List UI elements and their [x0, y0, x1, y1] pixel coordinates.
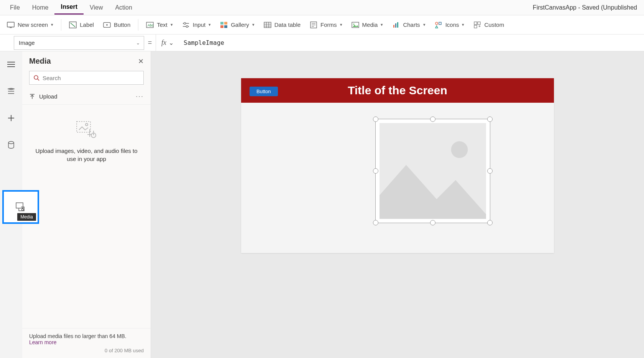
resize-handle[interactable] [487, 168, 493, 174]
gallery-dropdown[interactable]: Gallery ▾ [216, 19, 258, 31]
app-title: FirstCanvasApp - Saved (Unpublished [533, 4, 640, 11]
button-button[interactable]: Button [99, 19, 134, 31]
menu-view[interactable]: View [84, 1, 109, 14]
menu-file[interactable]: File [4, 1, 26, 14]
charts-dropdown[interactable]: Charts ▾ [388, 19, 429, 31]
icons-dropdown[interactable]: Icons ▾ [431, 19, 468, 31]
chevron-down-icon: ▾ [252, 22, 255, 27]
screen-icon [7, 21, 15, 29]
equals-sign: = [144, 39, 156, 47]
menu-home[interactable]: Home [26, 1, 55, 14]
svg-rect-27 [395, 23, 396, 28]
label-label: Label [80, 21, 94, 28]
upload-row: Upload ··· [22, 89, 151, 105]
gallery-label: Gallery [231, 21, 249, 28]
svg-rect-33 [474, 25, 477, 28]
text-dropdown[interactable]: Abc Text ▾ [142, 19, 177, 31]
property-selector[interactable]: Image ⌄ [14, 36, 144, 50]
svg-point-29 [435, 22, 438, 25]
chevron-down-icon: ▾ [171, 22, 173, 27]
insert-icon[interactable] [3, 110, 19, 126]
svg-rect-44 [16, 203, 23, 208]
canvas-area[interactable]: Button Title of the Screen [151, 51, 644, 358]
forms-dropdown[interactable]: Forms ▾ [306, 19, 346, 31]
menu-action[interactable]: Action [109, 1, 138, 14]
canvas-button-control[interactable]: Button [250, 87, 278, 96]
svg-text:Abc: Abc [148, 23, 154, 27]
separator [61, 19, 61, 31]
empty-media-icon [75, 120, 98, 139]
media-icon [352, 21, 359, 29]
search-input[interactable] [43, 75, 140, 81]
property-name: Image [19, 39, 35, 46]
formula-input[interactable] [179, 34, 644, 51]
data-icon[interactable] [3, 137, 19, 153]
chevron-down-icon: ⌄ [169, 39, 174, 46]
chevron-down-icon: ▾ [381, 22, 383, 27]
svg-line-47 [38, 79, 39, 80]
custom-dropdown[interactable]: + Custom [470, 19, 508, 31]
screen-title-text: Title of the Screen [348, 84, 447, 97]
chevron-down-icon: ▾ [51, 22, 53, 27]
input-dropdown[interactable]: Input ▾ [178, 19, 215, 31]
image-placeholder [380, 123, 486, 219]
resize-handle[interactable] [373, 168, 378, 174]
media-tooltip: Media [17, 213, 36, 221]
close-icon[interactable]: ✕ [138, 57, 144, 66]
panel-header: Media ✕ [22, 51, 151, 71]
media-rail-icon [16, 202, 26, 212]
upload-button[interactable]: Upload [29, 93, 58, 100]
resize-handle[interactable] [430, 117, 435, 122]
svg-point-54 [451, 141, 468, 158]
resize-handle[interactable] [373, 117, 378, 122]
svg-rect-0 [7, 22, 14, 27]
charts-icon [392, 21, 400, 29]
input-label: Input [193, 21, 205, 28]
fx-label: fx [161, 39, 166, 47]
svg-point-4 [106, 24, 108, 26]
upload-label: Upload [39, 93, 58, 100]
svg-rect-12 [224, 22, 227, 25]
more-icon[interactable]: ··· [136, 92, 144, 100]
svg-point-10 [186, 25, 188, 27]
canvas-screen[interactable]: Button Title of the Screen [241, 78, 554, 253]
main-area: Media Media ✕ Upload ··· [0, 51, 644, 358]
menu-bar: File Home Insert View Action FirstCanvas… [0, 0, 644, 15]
forms-label: Forms [320, 21, 337, 28]
media-dropdown[interactable]: Media ▾ [348, 19, 387, 31]
table-icon [264, 21, 271, 29]
resize-handle[interactable] [430, 220, 435, 225]
media-rail-button[interactable]: Media [2, 190, 39, 224]
tree-view-icon[interactable] [3, 84, 19, 99]
menu-insert[interactable]: Insert [54, 0, 84, 15]
new-screen-button[interactable]: New screen ▾ [3, 19, 57, 31]
left-rail: Media [0, 51, 22, 358]
chevron-down-icon: ▾ [209, 22, 211, 27]
search-icon [33, 75, 39, 81]
svg-point-25 [353, 23, 354, 25]
panel-empty-state: Upload images, video, and audio files to… [22, 105, 151, 328]
svg-rect-50 [77, 122, 90, 132]
svg-text:+: + [478, 24, 481, 28]
resize-handle[interactable] [487, 220, 493, 225]
formula-bar: Image ⌄ = fx ⌄ [0, 34, 644, 51]
footer-text: Upload media files no larger than 64 MB. [29, 333, 144, 339]
hamburger-icon[interactable] [3, 57, 19, 72]
chevron-down-icon: ▾ [423, 22, 426, 27]
selected-image-control[interactable] [375, 119, 490, 223]
svg-point-46 [34, 76, 38, 79]
text-label: Text [157, 21, 168, 28]
label-icon [69, 21, 77, 29]
datatable-button[interactable]: Data table [260, 19, 304, 31]
upload-icon [29, 94, 35, 100]
resize-handle[interactable] [373, 220, 378, 225]
new-screen-label: New screen [18, 21, 48, 28]
svg-point-51 [85, 123, 88, 126]
learn-more-link[interactable]: Learn more [29, 339, 144, 345]
input-icon [182, 21, 190, 29]
label-button[interactable]: Label [65, 19, 98, 31]
search-box[interactable] [29, 71, 144, 85]
resize-handle[interactable] [487, 117, 493, 122]
fx-button[interactable]: fx ⌄ [156, 34, 179, 51]
svg-rect-11 [220, 22, 223, 25]
